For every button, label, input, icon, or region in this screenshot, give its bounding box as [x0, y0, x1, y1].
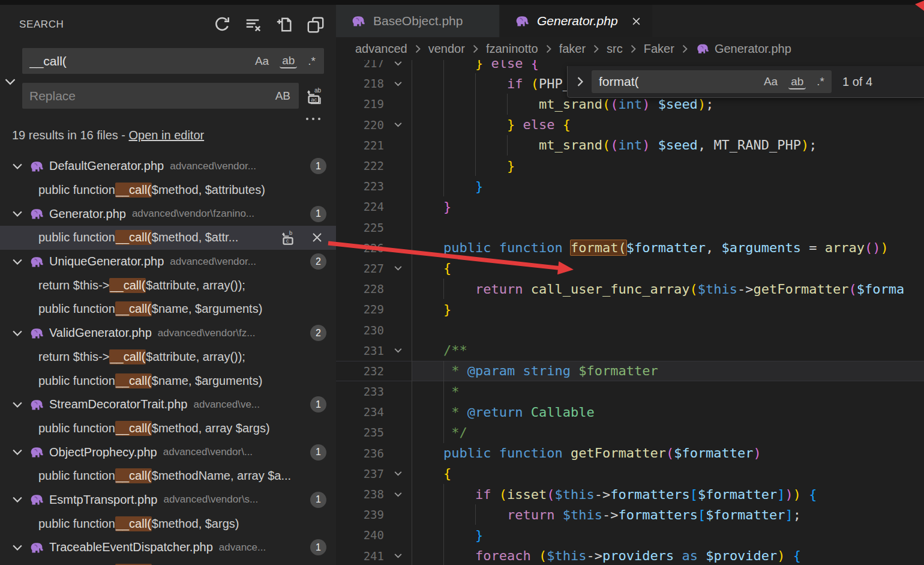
code-text: { [412, 464, 924, 484]
match-case-icon[interactable]: Aa [761, 74, 780, 89]
code-line[interactable]: 234 * @return Callable [336, 402, 924, 422]
chevron-down-icon[interactable] [11, 207, 25, 220]
breadcrumb-item[interactable]: Generator.php [715, 42, 791, 56]
result-file-path: advanced\vendor\fz... [158, 327, 310, 339]
replace-all-icon[interactable]: ab ac [302, 84, 326, 108]
open-in-editor-link[interactable]: Open in editor [129, 128, 205, 142]
code-line[interactable]: 240 } [336, 525, 924, 545]
search-result-file[interactable]: UniqueGenerator.phpadvanced\vendor...2 [0, 250, 336, 274]
search-result-match[interactable]: public function __call($method, $attr...… [0, 226, 336, 250]
search-result-match[interactable]: public function __call($methodName, arra… [0, 464, 336, 488]
search-result-file[interactable]: EsmtpTransport.phpadvanced\vendor\s...1 [0, 488, 336, 512]
code-editor[interactable]: 217 } else {218 if (PHP_VERSION_ID < 701… [336, 53, 924, 565]
collapse-all-icon[interactable] [305, 14, 326, 35]
search-result-file[interactable]: ValidGenerator.phpadvanced\vendor\fz...2 [0, 321, 336, 345]
chevron-down-icon[interactable] [11, 398, 25, 411]
chevron-down-icon[interactable] [11, 160, 25, 173]
code-line[interactable]: 241 foreach ($this->providers as $provid… [336, 546, 924, 565]
svg-text:ab: ab [314, 87, 322, 94]
breadcrumb-item[interactable]: src [607, 42, 623, 56]
code-text: if (isset($this->formatters[$formatter])… [412, 484, 924, 504]
tab-generator[interactable]: Generator.php [500, 5, 652, 37]
search-result-file[interactable]: DefaultGenerator.phpadvanced\vendor...1 [0, 154, 336, 178]
code-line[interactable]: 225 [336, 217, 924, 238]
chevron-down-icon[interactable] [11, 541, 25, 554]
breadcrumb-item[interactable]: advanced [355, 42, 407, 56]
dismiss-match-icon[interactable] [307, 228, 326, 247]
code-line[interactable]: 237 { [336, 464, 924, 484]
search-result-match[interactable]: public function __call($method, array $a… [0, 417, 336, 441]
match-case-icon[interactable]: Aa [253, 53, 271, 69]
code-line[interactable]: 228 return call_user_func_array($this->g… [336, 279, 924, 299]
fold-chevron-icon[interactable] [384, 345, 412, 355]
code-line[interactable]: 229 } [336, 299, 924, 319]
replace-match-icon[interactable]: bc [278, 228, 298, 247]
toggle-replace-chevron-icon[interactable] [2, 73, 19, 90]
breadcrumb-item[interactable]: Faker [644, 42, 674, 56]
indent-guide [412, 299, 412, 319]
whole-word-icon[interactable]: ab [280, 53, 297, 68]
search-result-match[interactable]: return $this->__call($attribute, array()… [0, 273, 336, 297]
refresh-icon[interactable] [211, 14, 233, 35]
code-line[interactable]: 231 /** [336, 340, 924, 361]
code-line[interactable]: 222 } [336, 156, 924, 176]
find-query[interactable]: format( [599, 74, 753, 89]
code-line[interactable]: 221 mt_srand((int) $seed, MT_RAND_PHP); [336, 135, 924, 156]
chevron-down-icon[interactable] [11, 446, 25, 459]
fold-chevron-icon[interactable] [384, 263, 412, 273]
indent-guide [443, 73, 444, 94]
more-actions-icon[interactable] [301, 113, 325, 125]
fold-chevron-icon[interactable] [384, 489, 412, 500]
code-line[interactable]: 232 * @param string $formatter [336, 361, 924, 381]
chevron-down-icon[interactable] [11, 493, 25, 506]
code-line[interactable]: 236 public function getFormatter($format… [336, 443, 924, 464]
code-line[interactable]: 227 { [336, 258, 924, 279]
fold-chevron-icon[interactable] [384, 119, 412, 130]
replace-input[interactable]: Replace AB [22, 83, 299, 109]
find-input[interactable]: format( Aa ab .* [592, 70, 832, 93]
breadcrumb-item[interactable]: fzaninotto [486, 42, 538, 56]
code-line[interactable]: 238 if (isset($this->formatters[$formatt… [336, 484, 924, 504]
indent-guide [475, 94, 476, 114]
whole-word-icon[interactable]: ab [788, 74, 806, 89]
search-result-match[interactable]: public function __call($name, $arguments… [0, 297, 336, 321]
fold-chevron-icon[interactable] [384, 468, 412, 479]
regex-icon[interactable]: .* [305, 53, 318, 69]
search-input[interactable]: __call( Aa ab .* [22, 48, 324, 74]
result-count-badge: 1 [310, 444, 326, 461]
code-line[interactable]: 226 public function format($formatter, $… [336, 238, 924, 258]
new-search-editor-icon[interactable] [274, 14, 295, 35]
tab-baseobject[interactable]: BaseObject.php [336, 5, 499, 37]
fold-chevron-icon[interactable] [384, 79, 412, 89]
search-result-match[interactable]: public function __call($method, $attribu… [0, 178, 336, 202]
search-result-match[interactable]: public function __call($name, $arguments… [0, 369, 336, 393]
search-result-match[interactable]: public function __call($method, $args) [0, 560, 336, 565]
code-line[interactable]: 239 return $this->formatters[$formatter]… [336, 504, 924, 525]
close-tab-icon[interactable] [629, 14, 644, 29]
search-result-file[interactable]: ObjectProphecy.phpadvanced\vendor\...1 [0, 440, 336, 464]
replace-placeholder[interactable]: Replace [29, 89, 265, 103]
code-line[interactable]: 235 */ [336, 422, 924, 443]
fold-chevron-icon[interactable] [384, 551, 412, 561]
search-result-file[interactable]: TraceableEventDispatcher.phpadvance...1 [0, 536, 336, 560]
code-line[interactable]: 224 } [336, 196, 924, 217]
search-result-match[interactable]: return $this->__call($attribute, array()… [0, 345, 336, 369]
breadcrumb-item[interactable]: vendor [428, 42, 465, 56]
search-query[interactable]: __call( [29, 54, 244, 68]
toggle-replace-expand-icon[interactable] [574, 75, 587, 88]
line-number: 239 [336, 508, 384, 521]
chevron-down-icon[interactable] [11, 255, 25, 268]
regex-icon[interactable]: .* [814, 74, 827, 89]
breadcrumb-item[interactable]: faker [559, 42, 586, 56]
code-line[interactable]: 220 } else { [336, 115, 924, 135]
search-result-file[interactable]: StreamDecoratorTrait.phpadvanced\ve...1 [0, 393, 336, 417]
line-number: 240 [336, 528, 384, 542]
code-line[interactable]: 233 * [336, 381, 924, 402]
code-line[interactable]: 223 } [336, 176, 924, 196]
search-result-file[interactable]: Generator.phpadvanced\vendor\fzanino...1 [0, 202, 336, 226]
search-result-match[interactable]: public function __call($method, $args) [0, 512, 336, 536]
preserve-case-icon[interactable]: AB [273, 88, 293, 104]
clear-search-results-icon[interactable] [242, 14, 264, 35]
code-line[interactable]: 230 [336, 319, 924, 340]
chevron-down-icon[interactable] [11, 327, 25, 340]
